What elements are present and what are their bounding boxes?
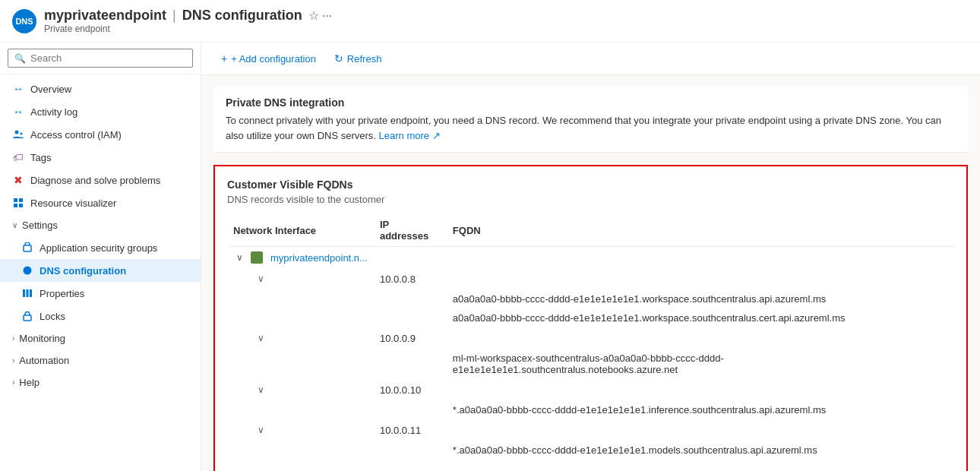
fqdn-subtitle: DNS records visible to the customer [227, 194, 954, 205]
app-security-icon [21, 242, 33, 254]
table-row: ∨ 10.0.0.8 [227, 268, 954, 289]
resource-icon: DNS [12, 9, 36, 33]
table-header-row: Network Interface IP addresses FQDN [227, 214, 954, 247]
sidebar-item-properties[interactable]: Properties [0, 282, 201, 305]
table-row: ∨ 10.0.0.10 [227, 379, 954, 400]
fqdn-cell [447, 247, 954, 269]
settings-label: Settings [22, 220, 58, 231]
svg-rect-9 [27, 289, 29, 297]
empty-cell [227, 400, 374, 419]
table-row: ∨ 10.0.0.11 [227, 419, 954, 441]
fqdn-box: Customer Visible FQDNs DNS records visib… [213, 165, 968, 471]
sidebar-item-access-control[interactable]: Access control (IAM) [0, 123, 201, 146]
sidebar-label-overview: Overview [30, 84, 71, 95]
tags-icon: 🏷 [12, 151, 24, 163]
refresh-label: Refresh [347, 53, 382, 65]
svg-rect-11 [24, 315, 31, 321]
svg-rect-3 [19, 198, 23, 202]
child-expand-cell: ∨ [227, 268, 374, 289]
sidebar-item-app-security[interactable]: Application security groups [0, 236, 201, 259]
svg-point-1 [21, 133, 23, 135]
overview-icon: ↔ [12, 83, 24, 95]
sidebar-label-resource-visualizer: Resource visualizer [30, 198, 116, 209]
expand-button[interactable]: ∨ [254, 383, 267, 397]
settings-section[interactable]: ∨ Settings [0, 214, 201, 236]
diagnose-icon: ✖ [12, 174, 24, 186]
ni-icon [251, 251, 263, 264]
table-row: *.a0a0a0a0-bbbb-cccc-dddd-e1e1e1e1e1e1.i… [227, 400, 954, 419]
sidebar-nav: ↔ Overview ↔ Activity log Access control… [0, 74, 201, 471]
expand-button[interactable]: ∨ [254, 331, 267, 345]
fqdn-cell [447, 268, 954, 289]
more-options-icon[interactable]: ··· [322, 9, 332, 23]
add-configuration-button[interactable]: + + Add configuration [213, 49, 324, 68]
fqdn-table: Network Interface IP addresses FQDN ∨ [227, 214, 954, 460]
table-row: ml-ml-workspacex-southcentralus-a0a0a0a0… [227, 349, 954, 379]
empty-cell [227, 289, 374, 308]
search-icon: 🔍 [14, 53, 26, 64]
search-input[interactable] [30, 52, 186, 64]
dns-info-box: Private DNS integration To connect priva… [213, 87, 968, 153]
monitoring-section[interactable]: › Monitoring [0, 327, 201, 349]
sidebar-label-activity-log: Activity log [30, 106, 77, 118]
empty-cell [227, 349, 374, 379]
table-row: *.a0a0a0a0-bbbb-cccc-dddd-e1e1e1e1e1e1.m… [227, 441, 954, 460]
activity-log-icon: ↔ [12, 106, 24, 118]
expand-button[interactable]: ∨ [254, 423, 267, 437]
network-interface-link[interactable]: myprivateendpoint.n... [270, 252, 368, 264]
empty-cell [374, 289, 447, 308]
header-separator: | [172, 8, 176, 24]
settings-chevron: ∨ [12, 221, 17, 229]
fqdn-title: Customer Visible FQDNs [227, 179, 954, 191]
sidebar-label-access-control: Access control (IAM) [30, 129, 122, 141]
learn-more-link[interactable]: Learn more ↗ [379, 130, 441, 141]
dns-info-description: To connect privately with your private e… [226, 113, 956, 143]
add-config-label: + Add configuration [231, 53, 316, 65]
table-row: ∨ 10.0.0.9 [227, 327, 954, 349]
automation-section[interactable]: › Automation [0, 349, 201, 371]
monitoring-label: Monitoring [19, 333, 65, 344]
sidebar-item-tags[interactable]: 🏷 Tags [0, 146, 201, 169]
fqdn-cell [447, 327, 954, 349]
ip-cell [374, 247, 447, 269]
help-section[interactable]: › Help [0, 371, 201, 394]
child-expand-cell: ∨ [227, 419, 374, 441]
expand-button[interactable]: ∨ [254, 272, 267, 286]
empty-cell [374, 349, 447, 379]
expand-button[interactable]: ∨ [233, 251, 246, 264]
page-title: DNS configuration [182, 8, 302, 24]
svg-rect-10 [30, 289, 32, 297]
empty-cell [227, 308, 374, 327]
sidebar-item-resource-visualizer[interactable]: Resource visualizer [0, 191, 201, 214]
access-control-icon [12, 128, 24, 141]
child-expand-cell: ∨ [227, 327, 374, 349]
sidebar-search-container: 🔍 [0, 43, 201, 74]
resource-name: myprivateendpoint [44, 8, 166, 24]
sidebar-item-dns-config[interactable]: DNS configuration [0, 259, 201, 282]
sidebar-label-tags: Tags [30, 152, 51, 163]
ip-cell: 10.0.0.8 [374, 268, 447, 289]
fqdn-entry: *.a0a0a0a0-bbbb-cccc-dddd-e1e1e1e1e1e1.i… [447, 400, 954, 419]
col-ip-addresses: IP addresses [374, 214, 447, 247]
sidebar-label-locks: Locks [40, 311, 65, 322]
sidebar-item-overview[interactable]: ↔ Overview [0, 77, 201, 100]
svg-point-7 [24, 267, 32, 275]
table-row: a0a0a0a0-bbbb-cccc-dddd-e1e1e1e1e1e1.wor… [227, 289, 954, 308]
svg-rect-5 [19, 204, 23, 207]
network-interface-cell: ∨ myprivateendpoint.n... [227, 247, 374, 269]
svg-rect-4 [14, 204, 17, 207]
empty-cell [374, 308, 447, 327]
refresh-button[interactable]: ↻ Refresh [327, 49, 390, 68]
header-meta: myprivateendpoint | DNS configuration ☆ … [44, 8, 332, 34]
sidebar-label-app-security: Application security groups [40, 242, 157, 254]
favorite-icon[interactable]: ☆ [308, 8, 319, 23]
sidebar-item-diagnose[interactable]: ✖ Diagnose and solve problems [0, 169, 201, 191]
sidebar-item-activity-log[interactable]: ↔ Activity log [0, 100, 201, 123]
child-expand-cell: ∨ [227, 379, 374, 400]
automation-label: Automation [19, 355, 69, 366]
add-icon: + [221, 52, 227, 65]
page-header: DNS myprivateendpoint | DNS configuratio… [0, 0, 980, 43]
sidebar-item-locks[interactable]: Locks [0, 305, 201, 327]
properties-icon [21, 287, 33, 299]
search-box[interactable]: 🔍 [8, 49, 193, 68]
